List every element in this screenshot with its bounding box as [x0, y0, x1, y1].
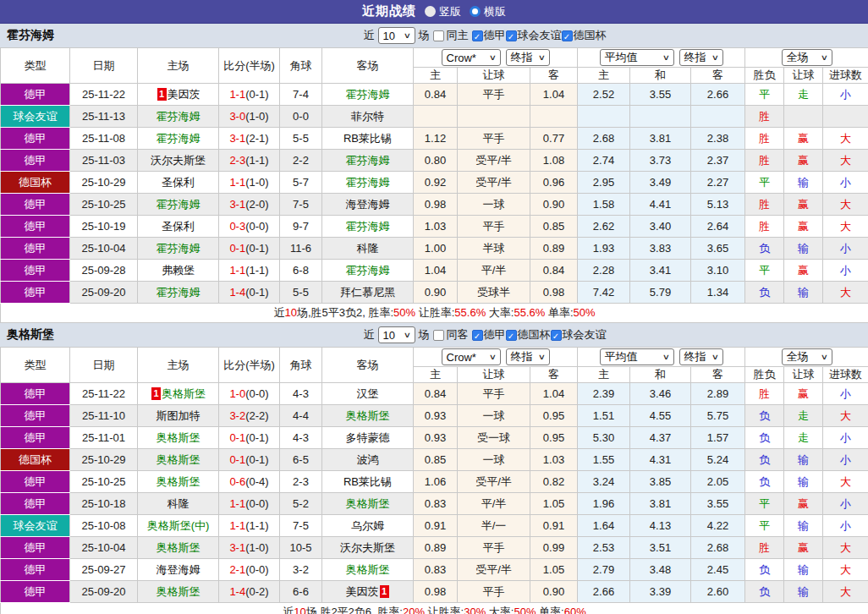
team-name[interactable]: 霍芬海姆: [157, 286, 201, 299]
handicap-line: 半球: [458, 238, 530, 260]
team-name[interactable]: 拜仁慕尼黑: [340, 286, 395, 299]
checkbox-unchecked-icon[interactable]: [433, 330, 444, 341]
handicap-home-odds: [414, 106, 458, 128]
team-name[interactable]: RB莱比锡: [343, 132, 392, 145]
league-filter[interactable]: ✓德国杯: [562, 28, 607, 43]
average-select[interactable]: 平均值 ∨: [600, 348, 674, 365]
team-name[interactable]: 奥格斯堡: [157, 585, 201, 598]
radio-unselected-icon[interactable]: [470, 6, 481, 17]
avg-draw-odds: 4.37: [630, 427, 691, 449]
team-name[interactable]: 霍芬海姆: [157, 132, 201, 145]
same-venue-filter[interactable]: 同客: [433, 327, 469, 343]
team-name[interactable]: 美因茨: [346, 585, 379, 598]
team-title: 霍芬海姆: [7, 28, 54, 43]
team-name[interactable]: 海登海姆: [157, 563, 201, 576]
team-name[interactable]: 奥格斯堡: [157, 475, 201, 488]
handicap-line: 半/一: [458, 515, 530, 537]
team-name[interactable]: 霍芬海姆: [157, 110, 201, 123]
checkbox-checked-icon[interactable]: ✓: [472, 330, 483, 341]
team-name[interactable]: 美因茨: [168, 88, 201, 101]
team-name[interactable]: 霍芬海姆: [157, 198, 201, 211]
team-name[interactable]: 沃尔夫斯堡: [340, 541, 395, 554]
halftime-score: (2-2): [245, 409, 268, 422]
team-name[interactable]: 霍芬海姆: [346, 264, 390, 277]
avg-home-odds: 2.53: [578, 537, 630, 559]
avg-home-odds: 2.79: [578, 559, 630, 581]
team-name[interactable]: 奥格斯堡: [162, 387, 206, 400]
team-name[interactable]: 奥格斯堡: [346, 497, 390, 510]
team-name[interactable]: 霍芬海姆: [346, 176, 390, 189]
checkbox-checked-icon[interactable]: ✓: [506, 330, 517, 341]
team-name[interactable]: 霍芬海姆: [346, 220, 390, 233]
fulltime-result-group: 全场 ∨: [745, 348, 868, 367]
col-date: 日期: [70, 48, 138, 84]
odds-time-select[interactable]: 终指 ∨: [506, 348, 550, 365]
team-name[interactable]: 奥格斯堡(中): [147, 519, 210, 532]
team-name[interactable]: 波鸿: [357, 453, 379, 466]
team-name[interactable]: 菲尔特: [351, 110, 384, 123]
result-outcome: 胜: [745, 150, 784, 172]
competition-type-badge: 球会友谊: [1, 106, 70, 128]
radio-selected-icon[interactable]: [425, 6, 436, 17]
team-name[interactable]: 汉堡: [357, 387, 379, 400]
team-name[interactable]: 奥格斯堡: [157, 453, 201, 466]
team-name[interactable]: 圣保利: [162, 220, 195, 233]
summary-segment: 单率:: [536, 606, 563, 614]
team-name[interactable]: 沃尔夫斯堡: [151, 154, 206, 167]
summary-segment: 30%: [464, 606, 486, 614]
average-time-select[interactable]: 终指 ∨: [679, 49, 723, 66]
team-name[interactable]: 奥格斯堡: [157, 541, 201, 554]
match-count-select[interactable]: 10 ∨: [378, 27, 415, 44]
handicap-away-odds: 0.91: [530, 515, 578, 537]
team-name[interactable]: 奥格斯堡: [346, 409, 390, 422]
handicap-home-odds: 1.12: [414, 128, 458, 150]
team-name[interactable]: 霍芬海姆: [346, 88, 390, 101]
team-name[interactable]: 科隆: [168, 497, 190, 510]
rank-badge: 1: [151, 387, 161, 400]
team-name[interactable]: 奥格斯堡: [157, 431, 201, 444]
team-name[interactable]: 弗赖堡: [162, 264, 195, 277]
team-name[interactable]: 霍芬海姆: [157, 242, 201, 255]
team-name[interactable]: 乌尔姆: [351, 519, 384, 532]
team-name[interactable]: 奥格斯堡: [346, 563, 390, 576]
checkbox-checked-icon[interactable]: ✓: [551, 330, 562, 341]
team-name[interactable]: 多特蒙德: [346, 431, 390, 444]
team-name[interactable]: 斯图加特: [157, 409, 201, 422]
score-cell: 3-0(1-0): [219, 106, 280, 128]
team-name[interactable]: 科隆: [357, 242, 379, 255]
league-filter[interactable]: ✓德甲: [472, 28, 506, 43]
league-filter[interactable]: ✓球会友谊: [551, 327, 607, 343]
team-name[interactable]: 圣保利: [162, 176, 195, 189]
checkbox-checked-icon[interactable]: ✓: [562, 30, 573, 41]
odds-time-select[interactable]: 终指 ∨: [506, 49, 550, 66]
competition-type-badge: 德甲: [1, 216, 70, 238]
team-name[interactable]: 霍芬海姆: [346, 154, 390, 167]
checkbox-checked-icon[interactable]: ✓: [506, 30, 517, 41]
team-name[interactable]: 海登海姆: [346, 198, 390, 211]
fulltime-select[interactable]: 全场 ∨: [782, 49, 832, 66]
layout-horizontal-radio[interactable]: 横版: [470, 4, 506, 19]
avg-away-odds: 2.27: [691, 172, 745, 194]
home-team-cell: 弗赖堡: [138, 260, 219, 282]
result-handicap: 输: [784, 238, 823, 260]
col-odds-away: 客: [530, 68, 578, 84]
match-count-select[interactable]: 10 ∨: [378, 326, 415, 343]
checkbox-unchecked-icon[interactable]: [433, 30, 444, 41]
league-filter[interactable]: ✓球会友谊: [506, 28, 562, 43]
team-name[interactable]: RB莱比锡: [343, 475, 392, 488]
odds-source-select[interactable]: Crow* ∨: [442, 49, 501, 66]
layout-vertical-radio[interactable]: 竖版: [425, 4, 461, 19]
fulltime-select[interactable]: 全场 ∨: [782, 348, 832, 365]
average-select[interactable]: 平均值 ∨: [600, 49, 674, 66]
checkbox-checked-icon[interactable]: ✓: [472, 30, 483, 41]
handicap-line: 受球半: [458, 282, 530, 304]
league-filter[interactable]: ✓德国杯: [506, 327, 551, 343]
average-time-select[interactable]: 终指 ∨: [679, 348, 723, 365]
section-header: 霍芬海姆 近 10 ∨ 场 同主 ✓德甲✓球会友谊✓德国杯: [0, 24, 868, 47]
fulltime-score: 1-1: [229, 264, 245, 277]
match-count-value: 10: [383, 30, 395, 42]
league-filter[interactable]: ✓德甲: [472, 327, 506, 343]
result-outcome: 平: [745, 172, 784, 194]
same-venue-filter[interactable]: 同主: [433, 28, 469, 43]
odds-source-select[interactable]: Crow* ∨: [442, 348, 501, 365]
